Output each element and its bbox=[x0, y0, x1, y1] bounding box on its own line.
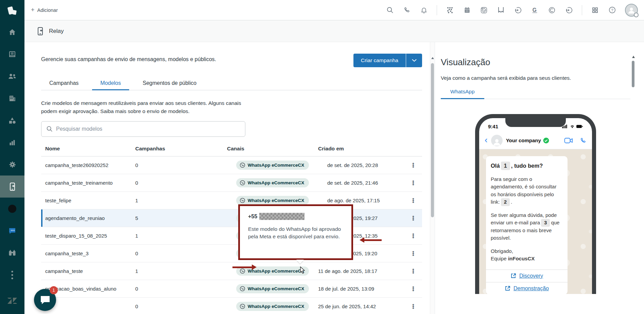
contact-avatar bbox=[491, 135, 503, 146]
sidebar-item-messaging-app[interactable] bbox=[0, 220, 24, 242]
bell-icon[interactable] bbox=[420, 6, 428, 14]
sidebar-item-explore[interactable] bbox=[0, 242, 24, 264]
tab-bar: Campanhas Modelos Segmentos de público bbox=[41, 77, 422, 90]
search-input[interactable] bbox=[56, 126, 240, 132]
created-date: de ago. de 2025, 17:15 bbox=[318, 198, 406, 203]
row-menu-kebab-icon[interactable]: ••• bbox=[406, 216, 420, 221]
table-row[interactable]: campanha_teste_3 0 WhatsApp eCommerceCX … bbox=[41, 245, 422, 262]
header-criado-em: Criado em bbox=[318, 146, 406, 152]
tab-modelos[interactable]: Modelos bbox=[92, 77, 129, 90]
template-name: teste_felipe bbox=[41, 198, 135, 203]
divider bbox=[582, 5, 582, 15]
table-row[interactable]: teste_felipe 1 WhatsApp eCommerceCX de a… bbox=[41, 192, 422, 209]
sidebar-item-objects[interactable] bbox=[0, 109, 24, 131]
sidebar-item-inbox[interactable] bbox=[0, 43, 24, 65]
row-menu-kebab-icon[interactable]: ••• bbox=[406, 251, 420, 256]
campaign-count: 5 bbox=[135, 215, 227, 221]
row-menu-kebab-icon[interactable]: ••• bbox=[406, 304, 420, 309]
status-time: 9:41 bbox=[488, 124, 498, 129]
row-menu-kebab-icon[interactable]: ••• bbox=[406, 163, 420, 168]
sidebar-item-customers[interactable] bbox=[0, 65, 24, 87]
search-icon[interactable] bbox=[386, 6, 394, 14]
scroll-up-arrow[interactable] bbox=[632, 56, 635, 58]
channel-badge[interactable]: WhatsApp eCommerceCX bbox=[236, 161, 309, 170]
table-row[interactable]: campanha_teste 1 WhatsApp eCommerceCX 11… bbox=[41, 262, 422, 280]
row-menu-kebab-icon[interactable]: ••• bbox=[406, 198, 420, 203]
dots-pattern-app-icon[interactable] bbox=[446, 6, 454, 14]
inbox-icon bbox=[8, 50, 16, 58]
channel-badge[interactable]: WhatsApp eCommerceCX bbox=[236, 284, 309, 293]
created-date: 18 de jul. de 2025, 13:09 bbox=[318, 286, 406, 292]
channel-badge[interactable]: WhatsApp eCommerceCX bbox=[236, 196, 309, 205]
sidebar-item-organizations[interactable] bbox=[0, 87, 24, 109]
message-button-discovery[interactable]: Discovery bbox=[486, 270, 568, 282]
channel-badge[interactable]: WhatsApp eCommerceCX bbox=[236, 302, 309, 311]
sidebar-item-home[interactable] bbox=[0, 21, 24, 43]
g-app-icon[interactable]: G bbox=[531, 6, 539, 14]
mouse-cursor bbox=[299, 266, 307, 274]
variable-chip-3: 3 bbox=[541, 219, 550, 227]
scroll-up-arrow[interactable] bbox=[431, 57, 434, 59]
table-row[interactable]: notificacao_boas_vindas_aluno 0 WhatsApp… bbox=[41, 280, 422, 298]
calendar-app-icon[interactable] bbox=[463, 6, 471, 14]
w-bookmark-app-icon[interactable] bbox=[497, 6, 505, 14]
message-closing: Obrigado, Equipe inFocusCX bbox=[491, 247, 563, 263]
table-row[interactable]: teste_disparo_15_08_2025 1 WhatsApp eCom… bbox=[41, 227, 422, 245]
chat-launcher-icon bbox=[39, 295, 51, 306]
user-avatar[interactable] bbox=[625, 4, 638, 17]
template-name: campanha_teste260920252 bbox=[41, 162, 135, 168]
tab-whatsapp[interactable]: WhatsApp bbox=[441, 89, 484, 99]
created-date: 25 de jun. de 2025, 14:42 bbox=[318, 303, 406, 309]
table-row[interactable]: campanha_teste260920252 0 WhatsApp eComm… bbox=[41, 156, 422, 174]
row-menu-kebab-icon[interactable]: ••• bbox=[406, 269, 420, 274]
row-menu-kebab-icon[interactable]: ••• bbox=[406, 233, 420, 238]
help-icon[interactable]: ? bbox=[608, 6, 616, 14]
create-campaign-button[interactable]: Criar campanha bbox=[353, 54, 406, 67]
sidebar-item-more[interactable] bbox=[0, 264, 24, 286]
scrollbar-thumb[interactable] bbox=[431, 63, 434, 217]
c-circle-app-icon[interactable] bbox=[548, 6, 556, 14]
row-menu-kebab-icon[interactable]: ••• bbox=[406, 286, 420, 291]
variable-chip-1: 1 bbox=[501, 162, 510, 170]
shapes-icon bbox=[8, 116, 17, 125]
create-campaign-dropdown[interactable] bbox=[406, 54, 422, 67]
scrollbar-thumb[interactable] bbox=[632, 61, 634, 87]
sign-in-app-icon[interactable] bbox=[514, 6, 522, 14]
table-row[interactable]: 0 WhatsApp eCommerceCX 25 de jun. de 202… bbox=[41, 298, 422, 314]
whatsapp-app-icon[interactable] bbox=[480, 6, 488, 14]
table-row[interactable]: agendamento_de_reuniao 5 WhatsApp eComme… bbox=[41, 209, 422, 227]
row-menu-kebab-icon[interactable]: ••• bbox=[406, 180, 420, 185]
channel-badge-label: WhatsApp eCommerceCX bbox=[248, 304, 304, 309]
templates-table: Nome Campanhas Canais Criado em campanha… bbox=[41, 142, 422, 314]
whatsapp-approval-tooltip: +55 Este modelo do WhatsApp foi aprovado… bbox=[238, 204, 353, 260]
preview-scrollbar[interactable] bbox=[632, 56, 635, 87]
add-button[interactable]: + Adicionar bbox=[31, 6, 58, 14]
preview-tab-bar: WhatsApp bbox=[441, 89, 630, 99]
message-button-demonstracao[interactable]: Demonstração bbox=[486, 282, 568, 294]
voice-call-icon[interactable] bbox=[580, 137, 587, 144]
section-description: Crie modelos de mensagem reutilizáveis p… bbox=[41, 99, 259, 116]
sidebar-item-custom-app[interactable] bbox=[0, 198, 24, 220]
campaigns-content: Gerencie suas campanhas de envio de mens… bbox=[24, 42, 430, 314]
main-scrollbar[interactable] bbox=[430, 42, 435, 314]
relay-phone-arrow-icon bbox=[8, 182, 17, 191]
sign-in-2-app-icon[interactable] bbox=[565, 6, 573, 14]
video-call-icon[interactable] bbox=[564, 137, 573, 144]
search-templates-box[interactable] bbox=[41, 121, 245, 137]
back-chevron-icon[interactable]: ‹ bbox=[485, 135, 488, 144]
apps-grid-icon[interactable] bbox=[591, 6, 599, 14]
table-row[interactable]: campanha_teste_treinamento 0 WhatsApp eC… bbox=[41, 174, 422, 192]
sidebar-item-reporting[interactable] bbox=[0, 131, 24, 153]
building-icon bbox=[8, 94, 16, 103]
launcher-notification-badge: 1 bbox=[50, 286, 58, 294]
created-date: de set. de 2025, 20:28 bbox=[318, 162, 406, 168]
channel-badge[interactable]: WhatsApp eCommerceCX bbox=[236, 178, 309, 187]
sidebar-item-relay[interactable] bbox=[0, 176, 24, 198]
intro-text: Gerencie suas campanhas de envio de mens… bbox=[41, 54, 216, 62]
sidebar-item-settings[interactable] bbox=[0, 153, 24, 176]
product-logo[interactable] bbox=[0, 0, 24, 21]
phone-icon[interactable] bbox=[403, 6, 411, 14]
tab-segmentos[interactable]: Segmentos de público bbox=[135, 77, 205, 90]
channel-badge-label: WhatsApp eCommerceCX bbox=[248, 180, 304, 185]
tab-campanhas[interactable]: Campanhas bbox=[41, 77, 87, 90]
